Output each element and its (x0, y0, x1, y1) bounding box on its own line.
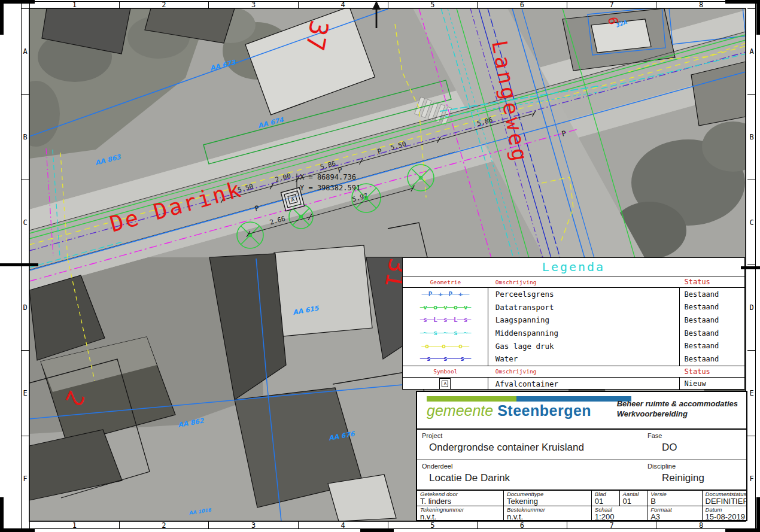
drawing-sheet: 5.50 2.00 5.86 5.50 5.86 2.66 5.97 P P P… (0, 0, 760, 532)
crop-mark (0, 497, 4, 532)
gemeente-steenbergen-logo: gemeente Steenbergen (427, 396, 631, 419)
grid-row-label: C (747, 180, 756, 266)
fase-label: Fase (647, 432, 677, 439)
crop-mark (0, 263, 38, 266)
discipline-label: Discipline (647, 463, 704, 470)
grid-row-label: F (21, 436, 29, 521)
grid-row-label: B (747, 95, 756, 180)
house-number-37: 37 (300, 18, 334, 53)
field-value: 01 (623, 497, 647, 506)
field-formaat: Formaat A3 (647, 506, 702, 521)
grid-band-top: 1 2 3 4 5 6 7 8 (29, 1, 746, 8)
legend-header-cell: Omschrijving (488, 368, 680, 375)
field-documenttype: Documenttype Tekening (504, 491, 592, 506)
field-versie: Versie B (647, 491, 702, 506)
field-value: A3 (650, 513, 701, 521)
logo-word-gemeente: gemeente (427, 402, 493, 419)
legend-row-status: Bestaand (680, 316, 744, 324)
field-value: DEFINITIEF (706, 497, 746, 506)
field-tekeningnummer: Tekeningnummer n.v.t. (417, 506, 504, 521)
legend-header-cell: Geometrie (403, 279, 488, 285)
legend-row-name: Middenspanning (488, 327, 680, 340)
coordinate-y: Y = 398382.591 (300, 184, 360, 192)
line-sample-perceelsgrens: ──P──+──P──+── (422, 290, 469, 298)
fields-row-2: Tekeningnummer n.v.t. Besteknummer n.v.t… (417, 506, 746, 521)
field-documentstatus: Documentstatus DEFINITIEF (703, 491, 746, 506)
title-block: gemeente Steenbergen Beheer ruimte & acc… (416, 391, 747, 521)
legend-geometry-rows: ──P──+──P──+── Perceelsgrens Bestaand ─v… (403, 287, 744, 366)
legend-row-water: ──s────s────s── Water Bestaand (403, 352, 744, 366)
logo-bar-green (427, 396, 516, 402)
grid-column-label: 1 (30, 521, 120, 529)
crop-mark (725, 0, 760, 4)
coordinate-x: X = 86894.736 (300, 173, 356, 181)
grid-column-label: 3 (209, 521, 299, 529)
onderdeel-row: Onderdeel Locatie De Darink Discipline R… (417, 460, 746, 490)
grid-row-label: A (21, 9, 29, 95)
crop-mark (0, 0, 35, 4)
crop-mark (360, 528, 394, 532)
field-label: Versie (650, 491, 701, 497)
legend-row-status: Bestaand (680, 290, 744, 299)
field-value: 1:200 (595, 513, 647, 521)
legend-title: Legenda (403, 258, 744, 276)
field-value: n.v.t. (420, 513, 503, 521)
field-datum: Datum 15-08-2019 (703, 506, 746, 521)
grid-row-label: D (21, 265, 29, 351)
field-besteknummer: Besteknummer n.v.t. (504, 506, 592, 521)
legend-header-cell: Omschrijving (488, 279, 680, 285)
legend-header-geometry: Geometrie Omschrijving Status (403, 276, 744, 287)
logo-text: gemeente Steenbergen (427, 402, 631, 419)
fase-value: DO (662, 442, 677, 454)
grid-column-label: 5 (388, 1, 478, 8)
legend-row-datatransport: ─v──o──v──o──v─ Datatransport Bestaand (403, 301, 744, 314)
legend-row-name: Gas lage druk (488, 339, 680, 352)
grid-column-label: 1 (30, 1, 120, 8)
grid-band-right: A B C D E F (747, 8, 756, 521)
crop-mark (725, 528, 760, 532)
field-blad: Blad 01 (592, 491, 620, 506)
project-value: Ondergrondse container Kruisland (429, 442, 746, 454)
crop-mark (741, 266, 760, 269)
legend-header-cell: Symbool (403, 368, 488, 375)
field-value: Tekening (507, 497, 591, 506)
line-sample-middenspanning: ─~──s──~──s──~─ (420, 329, 470, 337)
field-getekend-door: Getekend door T. linders (417, 491, 504, 506)
north-arrow-icon (370, 1, 382, 28)
logo-word-steenbergen: Steenbergen (497, 402, 591, 419)
discipline-value: Reiniging (662, 472, 704, 484)
project-label: Project (422, 432, 746, 439)
legend-panel: Legenda Geometrie Omschrijving Status ──… (402, 257, 745, 390)
line-sample-gas: ─o────o────o── (422, 342, 469, 350)
grid-row-label: B (21, 95, 29, 180)
department-line1: Beheer ruimte & accommodaties (617, 399, 738, 409)
project-row: Project Ondergrondse container Kruisland… (417, 430, 746, 460)
fields-row-1: Getekend door T. linders Documenttype Te… (417, 490, 746, 506)
legend-row-name: Laagspanning (488, 314, 680, 327)
legend-header-cell: Status (680, 367, 744, 376)
grid-column-label: 6 (478, 1, 567, 8)
grid-row-label: E (21, 351, 29, 436)
afvalcontainer-symbol-icon: A (439, 378, 451, 390)
legend-row-afvalcontainer: A Afvalcontainer Nieuw (403, 377, 744, 390)
grid-row-label: C (21, 180, 29, 266)
grid-column-label: 2 (120, 521, 209, 529)
crop-mark (0, 0, 4, 35)
grid-column-label: 3 (209, 1, 299, 8)
field-value: B (650, 497, 701, 506)
field-value: n.v.t. (507, 513, 591, 521)
logo-bar-blue (516, 396, 631, 402)
department-text: Beheer ruimte & accommodaties Werkvoorbe… (617, 399, 738, 419)
title-block-header: gemeente Steenbergen Beheer ruimte & acc… (417, 392, 746, 430)
field-value: 15-08-2019 (706, 513, 746, 521)
legend-row-name: Water (488, 352, 680, 366)
legend-row-status: Bestaand (680, 329, 744, 338)
legend-row-laagspanning: ─s──L──s──L──s─ Laagspanning Bestaand (403, 314, 744, 327)
afvalcontainer-symbol-letter: A (442, 381, 448, 387)
legend-row-name: Afvalcontainer (488, 378, 680, 390)
grid-column-label: 2 (120, 1, 209, 8)
legend-row-middenspanning: ─~──s──~──s──~─ Middenspanning Bestaand (403, 327, 744, 340)
legend-header-symbol: Symbool Omschrijving Status (403, 366, 744, 377)
field-value: T. linders (420, 497, 503, 506)
grid-column-label: 7 (567, 521, 657, 529)
